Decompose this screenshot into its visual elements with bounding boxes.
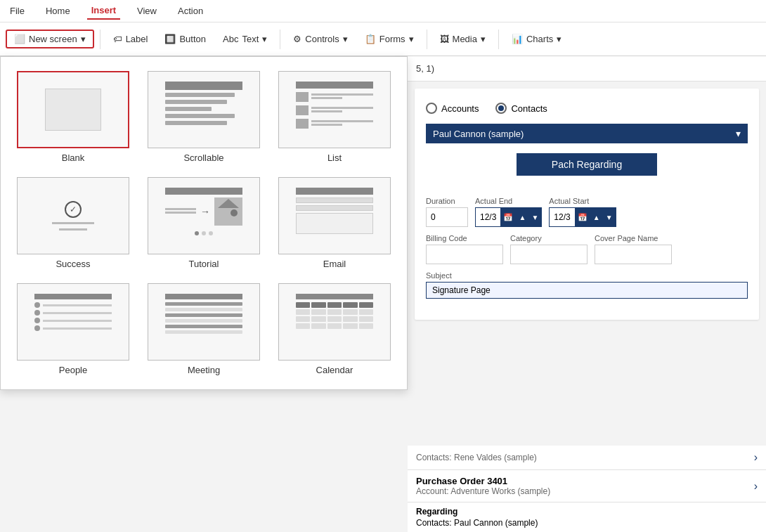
screen-label-calendar: Calendar <box>316 365 353 375</box>
actual-start-date-field: 12/3 📅 ▲ ▼ <box>549 207 616 227</box>
actual-start-date-value: 12/3 <box>550 212 574 222</box>
list-entry-2-content: Purchase Order 3401 Account: Adventure W… <box>416 476 550 496</box>
contacts-radio-circle <box>495 103 507 114</box>
menu-view[interactable]: View <box>133 3 161 19</box>
actual-end-arrow-up[interactable]: ▲ <box>516 207 528 227</box>
right-panel: 5, 1) Accounts Contacts Paul Cannon (sam… <box>408 56 766 532</box>
email-row-1 <box>296 197 373 203</box>
list-entry-1-arrow-icon[interactable]: › <box>754 451 758 464</box>
duration-label: Duration <box>426 197 468 205</box>
cal-cell-8 <box>327 309 342 315</box>
tut-dot-2 <box>202 231 206 235</box>
screen-option-success[interactable]: ✓ Success <box>15 177 131 269</box>
screen-label-meeting: Meeting <box>188 365 220 375</box>
people-line-1 <box>43 304 112 306</box>
success-preview: ✓ <box>52 201 94 231</box>
people-preview <box>34 294 112 350</box>
radio-accounts[interactable]: Accounts <box>426 103 479 114</box>
separator-1 <box>100 30 100 49</box>
actual-end-calendar-icon[interactable]: 📅 <box>500 207 516 227</box>
charts-button[interactable]: 📊 Charts ▾ <box>505 31 569 47</box>
text-button[interactable]: Abc Text ▾ <box>216 31 274 47</box>
screen-option-list[interactable]: List <box>276 71 393 163</box>
fields-row-1: Duration Actual End 12/3 📅 ▲ ▼ Actual St… <box>426 197 748 227</box>
list-lines-1 <box>311 93 373 100</box>
list-entry-row-2: Purchase Order 3401 Account: Adventure W… <box>416 476 758 496</box>
patch-regarding-button[interactable]: Pach Regarding <box>517 153 657 176</box>
cal-cell-19 <box>343 323 357 329</box>
separator-4 <box>498 30 499 49</box>
menu-action[interactable]: Action <box>174 3 207 19</box>
scrollable-preview <box>165 82 242 138</box>
email-row-2 <box>296 205 373 211</box>
menu-bar: File Home Insert View Action <box>0 0 766 22</box>
cal-cell-18 <box>327 323 342 329</box>
screen-label-tutorial: Tutorial <box>189 259 219 269</box>
cal-cell-1 <box>296 302 310 308</box>
screen-option-email[interactable]: Email <box>276 177 393 269</box>
billing-code-label: Billing Code <box>426 234 503 242</box>
radio-row: Accounts Contacts <box>426 103 748 114</box>
contact-dropdown[interactable]: Paul Cannon (sample) ▾ <box>426 124 748 143</box>
cal-cell-3 <box>327 302 342 308</box>
new-screen-icon: ⬜ <box>14 34 25 44</box>
actual-end-arrow-down[interactable]: ▼ <box>528 207 541 227</box>
screen-option-people[interactable]: People <box>15 283 131 375</box>
radio-contacts[interactable]: Contacts <box>495 103 547 114</box>
actual-start-calendar-icon[interactable]: 📅 <box>575 207 590 227</box>
people-line-4 <box>43 327 112 330</box>
label-button[interactable]: 🏷 Label <box>106 31 155 47</box>
list-entry-row-1: Contacts: Rene Valdes (sample) › <box>416 451 758 464</box>
category-input[interactable] <box>510 245 588 264</box>
list-img-1 <box>296 92 309 102</box>
cal-cell-10 <box>359 309 373 315</box>
tut-line-2 <box>165 212 196 214</box>
forms-label: Forms <box>379 34 405 44</box>
screen-option-blank[interactable]: Blank <box>15 71 131 163</box>
menu-file[interactable]: File <box>6 3 29 19</box>
menu-insert[interactable]: Insert <box>87 2 120 20</box>
menu-home[interactable]: Home <box>41 3 74 19</box>
meeting-row-1 <box>165 302 242 306</box>
screen-thumb-scrollable <box>148 71 260 148</box>
meeting-row-2 <box>165 308 242 311</box>
bottom-list: Contacts: Rene Valdes (sample) › Purchas… <box>408 446 766 532</box>
duration-input[interactable] <box>426 207 468 227</box>
screen-thumb-people <box>17 283 129 361</box>
screen-thumb-calendar <box>278 283 391 361</box>
text-chevron-icon: ▾ <box>262 34 267 44</box>
screen-option-calendar[interactable]: Calendar <box>276 283 393 375</box>
tut-arrow-icon: → <box>200 206 210 217</box>
screen-option-tutorial[interactable]: → Tutorial <box>145 177 262 269</box>
list-img-2 <box>296 105 309 115</box>
people-row-4 <box>34 325 112 331</box>
subject-value[interactable]: Signature Page <box>426 282 748 299</box>
billing-code-input[interactable] <box>426 245 503 264</box>
controls-button[interactable]: ⚙ Controls ▾ <box>286 31 354 47</box>
email-body <box>296 213 373 234</box>
cal-cell-17 <box>311 323 325 329</box>
actual-start-arrow-up[interactable]: ▲ <box>590 207 603 227</box>
people-dot-2 <box>34 310 40 316</box>
cover-page-group: Cover Page Name <box>595 234 672 264</box>
meeting-row-6 <box>165 330 242 334</box>
list-entry-1: Contacts: Rene Valdes (sample) › <box>408 446 766 470</box>
calendar-preview <box>296 294 373 350</box>
toolbar: ⬜ New screen ▾ 🏷 Label 🔲 Button Abc Text… <box>0 22 766 56</box>
screen-option-meeting[interactable]: Meeting <box>145 283 262 375</box>
cover-page-input[interactable] <box>595 245 672 264</box>
actual-end-label: Actual End <box>475 197 542 205</box>
media-button[interactable]: 🖼 Media ▾ <box>433 31 493 47</box>
new-screen-button[interactable]: ⬜ New screen ▾ <box>6 30 94 48</box>
separator-3 <box>427 30 427 49</box>
forms-button[interactable]: 📋 Forms ▾ <box>358 31 421 47</box>
media-chevron-icon: ▾ <box>481 34 486 44</box>
forms-chevron-icon: ▾ <box>409 34 414 44</box>
svg-point-2 <box>231 209 238 216</box>
button-button[interactable]: 🔲 Button <box>157 31 213 47</box>
list-entry-2-arrow-icon[interactable]: › <box>754 480 758 493</box>
list-entry-2: Purchase Order 3401 Account: Adventure W… <box>408 470 766 502</box>
actual-start-arrow-down[interactable]: ▼ <box>603 207 616 227</box>
label-icon: 🏷 <box>113 34 122 44</box>
screen-option-scrollable[interactable]: Scrollable <box>145 71 262 163</box>
